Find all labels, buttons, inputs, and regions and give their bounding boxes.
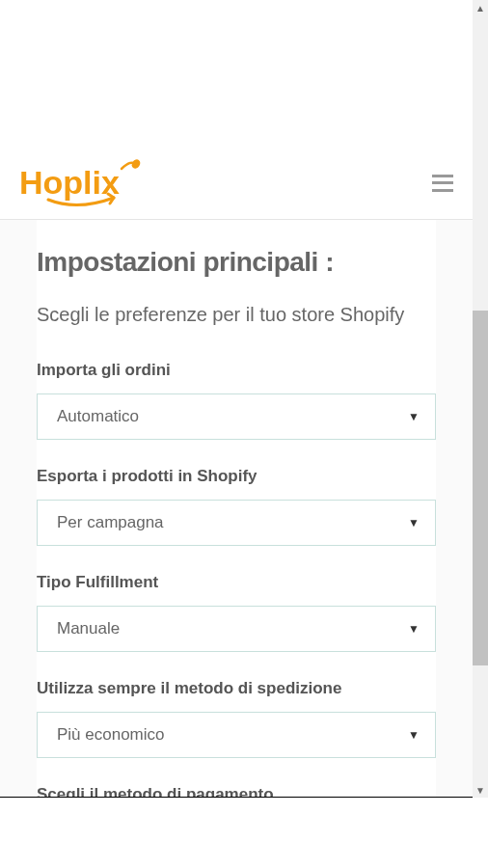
select-value: Manuale: [57, 619, 120, 638]
top-whitespace: [0, 0, 473, 73]
chevron-down-icon: ▼: [408, 622, 420, 636]
chevron-down-icon: ▼: [408, 410, 420, 423]
hamburger-menu-icon[interactable]: [432, 175, 453, 192]
select-value: Per campagna: [57, 513, 164, 532]
brand-logo[interactable]: Hoplix: [19, 157, 145, 209]
svg-text:Hoplix: Hoplix: [19, 164, 120, 201]
bottom-divider: [0, 797, 473, 798]
select-value: Automatico: [57, 407, 139, 426]
scrollbar-thumb[interactable]: [473, 311, 488, 665]
content-area: Impostazioni principali : Scegli le pref…: [0, 220, 473, 798]
field-import-orders: Importa gli ordini Automatico ▼: [37, 361, 436, 440]
hoplix-logo-icon: Hoplix: [19, 157, 145, 209]
field-label-import-orders: Importa gli ordini: [37, 361, 436, 380]
select-shipping-method[interactable]: Più economico ▼: [37, 712, 436, 758]
select-export-products[interactable]: Per campagna ▼: [37, 500, 436, 546]
scrollbar-arrow-up-icon[interactable]: ▲: [473, 0, 488, 15]
field-export-products: Esporta i prodotti in Shopify Per campag…: [37, 467, 436, 546]
header-bar: Hoplix: [0, 147, 473, 220]
chevron-down-icon: ▼: [408, 728, 420, 742]
chevron-down-icon: ▼: [408, 516, 420, 529]
settings-card: Impostazioni principali : Scegli le pref…: [37, 220, 436, 798]
select-import-orders[interactable]: Automatico ▼: [37, 393, 436, 440]
field-label-export-products: Esporta i prodotti in Shopify: [37, 467, 436, 486]
field-label-shipping-method: Utilizza sempre il metodo di spedizione: [37, 679, 436, 698]
page-subtitle: Scegli le preferenze per il tuo store Sh…: [37, 299, 436, 330]
field-shipping-method: Utilizza sempre il metodo di spedizione …: [37, 679, 436, 758]
scrollbar-track[interactable]: ▲ ▼: [473, 0, 488, 798]
scrollbar-arrow-down-icon[interactable]: ▼: [473, 782, 488, 798]
select-value: Più economico: [57, 725, 165, 745]
select-fulfillment-type[interactable]: Manuale ▼: [37, 606, 436, 652]
page-title: Impostazioni principali :: [37, 247, 436, 278]
field-fulfillment-type: Tipo Fulfillment Manuale ▼: [37, 573, 436, 652]
field-label-fulfillment-type: Tipo Fulfillment: [37, 573, 436, 592]
